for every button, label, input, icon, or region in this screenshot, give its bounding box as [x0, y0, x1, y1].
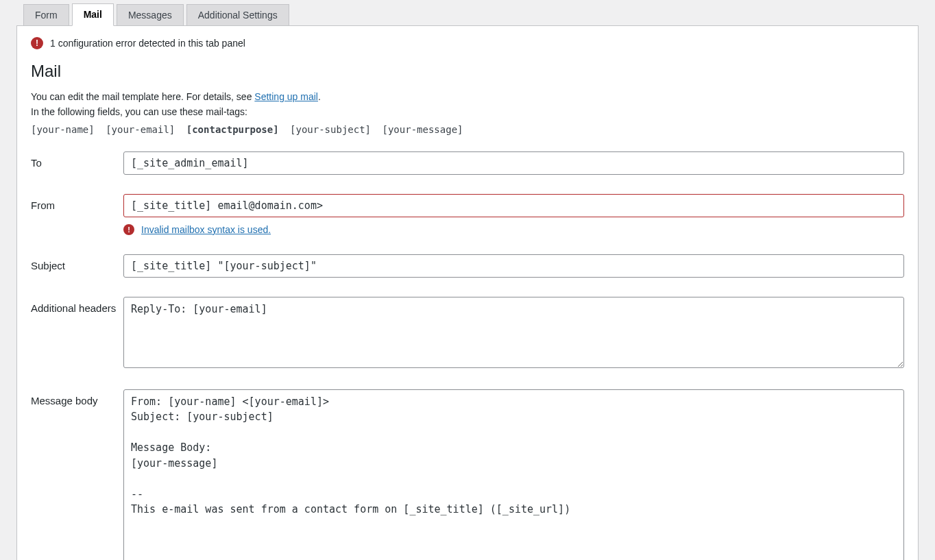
error-icon: ! [123, 224, 134, 235]
label-to: To [31, 151, 123, 169]
label-subject: Subject [31, 254, 123, 271]
additional-headers-textarea[interactable] [123, 297, 904, 368]
from-error-link[interactable]: Invalid mailbox syntax is used. [141, 224, 271, 235]
subject-input[interactable] [123, 254, 904, 278]
mail-tags: [your-name] [your-email] [contactpurpose… [31, 124, 904, 135]
mailtag: [your-email] [106, 124, 175, 135]
error-icon: ! [31, 37, 43, 49]
label-additional-headers: Additional headers [31, 297, 123, 314]
mail-panel: ! 1 configuration error detected in this… [16, 25, 919, 560]
mailtag: [your-name] [31, 124, 95, 135]
mailtag: [your-subject] [290, 124, 371, 135]
tab-bar: Form Mail Messages Additional Settings [23, 3, 919, 25]
intro-line1-suffix: . [318, 91, 321, 102]
link-setting-up-mail[interactable]: Setting up mail [254, 91, 318, 102]
field-row-additional-headers: Additional headers [31, 297, 904, 370]
tab-mail[interactable]: Mail [72, 3, 114, 26]
section-title: Mail [31, 62, 904, 81]
message-body-textarea[interactable] [123, 389, 904, 560]
tab-additional-settings[interactable]: Additional Settings [186, 4, 289, 26]
from-input[interactable] [123, 194, 904, 217]
field-row-from: From ! Invalid mailbox syntax is used. [31, 194, 904, 235]
label-from: From [31, 194, 123, 211]
tab-messages[interactable]: Messages [117, 4, 184, 26]
config-error-alert: ! 1 configuration error detected in this… [31, 34, 904, 59]
mailtag: [contactpurpose] [186, 124, 279, 135]
field-row-message-body: Message body [31, 389, 904, 560]
mailtag: [your-message] [382, 124, 463, 135]
alert-text: 1 configuration error detected in this t… [50, 38, 245, 49]
to-input[interactable] [123, 151, 904, 175]
label-message-body: Message body [31, 389, 123, 406]
tab-form[interactable]: Form [23, 4, 69, 26]
intro-text: You can edit the mail template here. For… [31, 89, 904, 120]
intro-line2: In the following fields, you can use the… [31, 106, 247, 117]
field-row-to: To [31, 151, 904, 175]
intro-line1-prefix: You can edit the mail template here. For… [31, 91, 254, 102]
field-row-subject: Subject [31, 254, 904, 278]
